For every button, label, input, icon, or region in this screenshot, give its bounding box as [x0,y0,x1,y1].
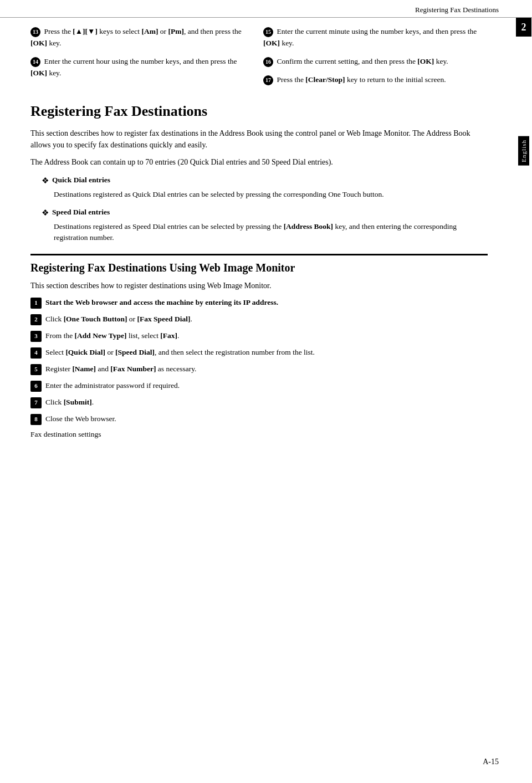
web-step-8: 8 Close the Web browser. [30,413,488,425]
step-num-16: 16 [263,57,273,67]
footer-note: Fax destination settings [30,430,488,439]
section2-intro: This section describes how to register d… [30,280,488,291]
web-step-6-text: Enter the administrator password if requ… [45,380,488,392]
step-icon-2: 2 [30,314,42,325]
step-14: 14 Enter the current hour using the numb… [30,56,255,79]
step-icon-3: 3 [30,331,42,342]
web-step-7: 7 Click [Submit]. [30,397,488,408]
page-number: A-15 [483,758,499,766]
right-sidebar: 2 English [515,18,532,450]
page-footer: A-15 [0,752,532,772]
bullet-quick-dial: ❖ Quick Dial entries Destinations regist… [42,176,488,200]
speed-dial-title: Speed Dial entries [52,208,110,217]
step-16: 16 Confirm the current setting, and then… [263,56,488,68]
speed-dial-content: Destinations registered as Speed Dial en… [54,221,488,244]
web-step-6: 6 Enter the administrator password if re… [30,380,488,392]
right-steps-col: 15 Enter the current minute using the nu… [263,26,488,93]
web-step-1-text: Start the Web browser and access the mac… [45,297,488,309]
left-steps-col: 13 Press the [▲][▼] keys to select [Am] … [30,26,255,93]
step-num-15: 15 [263,27,273,37]
page-header: Registering Fax Destinations [0,0,532,18]
english-tab: English [518,136,529,166]
web-step-3-text: From the [Add New Type] list, select [Fa… [45,330,488,342]
quick-dial-title: Quick Dial entries [52,176,110,185]
step-num-13: 13 [30,27,40,37]
step-icon-8: 8 [30,414,42,425]
section2-title: Registering Fax Destinations Using Web I… [30,261,488,274]
step-num-17: 17 [263,75,273,85]
chapter-number: 2 [516,18,531,37]
web-step-8-text: Close the Web browser. [45,413,488,425]
web-step-3: 3 From the [Add New Type] list, select [… [30,330,488,342]
step-icon-1: 1 [30,298,42,309]
step-13: 13 Press the [▲][▼] keys to select [Am] … [30,26,255,49]
step-icon-6: 6 [30,381,42,392]
web-step-2-text: Click [One Touch Button] or [Fax Speed D… [45,314,488,325]
web-step-7-text: Click [Submit]. [45,397,488,408]
web-step-1: 1 Start the Web browser and access the m… [30,297,488,309]
web-step-5-text: Register [Name] and [Fax Number] as nece… [45,364,488,375]
step-15: 15 Enter the current minute using the nu… [263,26,488,49]
step-icon-4: 4 [30,347,42,359]
web-step-5: 5 Register [Name] and [Fax Number] as ne… [30,364,488,375]
diamond-icon-2: ❖ [42,208,49,218]
section1-title: Registering Fax Destinations [30,103,488,120]
section1-intro2: The Address Book can contain up to 70 en… [30,156,488,168]
quick-dial-content: Destinations registered as Quick Dial en… [54,189,488,200]
step-icon-7: 7 [30,397,42,408]
header-title: Registering Fax Destinations [415,6,499,14]
step-icon-5: 5 [30,364,42,375]
bullet-speed-dial: ❖ Speed Dial entries Destinations regist… [42,208,488,244]
section1-intro1: This section describes how to register f… [30,127,488,151]
diamond-icon-1: ❖ [42,176,49,186]
web-step-4: 4 Select [Quick Dial] or [Speed Dial], a… [30,347,488,359]
web-step-2: 2 Click [One Touch Button] or [Fax Speed… [30,314,488,325]
step-num-14: 14 [30,57,40,67]
step-17: 17 Press the [Clear/Stop] key to return … [263,74,488,86]
web-step-4-text: Select [Quick Dial] or [Speed Dial], and… [45,347,488,359]
section-divider [30,254,488,255]
